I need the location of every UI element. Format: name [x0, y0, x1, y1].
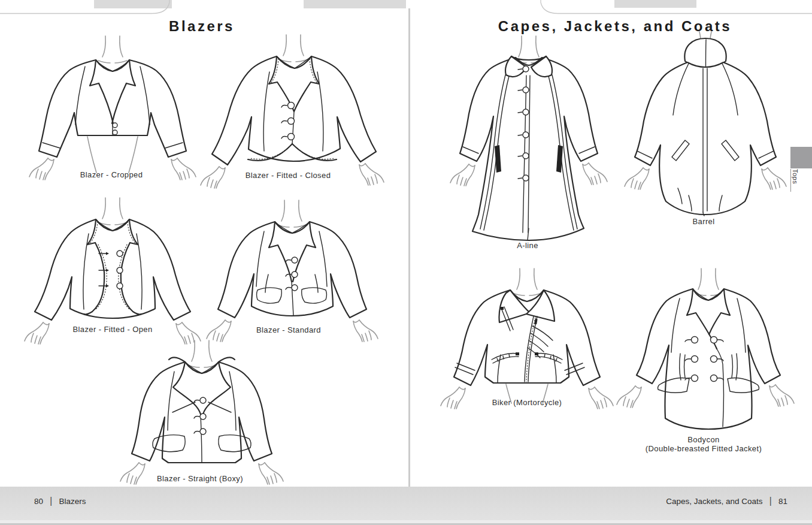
figure-label-line2: (Double-breasted Fitted Jacket) — [646, 444, 762, 453]
barrel-coat-illustration — [616, 35, 795, 218]
page-title-capes-jackets-coats: Capes, Jackets, and Coats — [498, 18, 732, 35]
page-title-blazers: Blazers — [169, 18, 235, 35]
page-spine-divider — [408, 8, 410, 521]
figure-label: Bodycon (Double-breasted Fitted Jacket) — [646, 435, 762, 453]
footer-left: 80 | Blazers — [34, 495, 86, 507]
figure-label-line1: Bodycon — [646, 435, 762, 444]
bodycon-jacket-illustration — [619, 270, 798, 440]
figure-label: A-line — [517, 241, 538, 250]
tops-section-tab[interactable]: Tops — [790, 147, 812, 192]
blazer-standard-illustration — [204, 198, 383, 327]
figure-label: Blazer - Fitted - Closed — [246, 171, 331, 180]
footer-bar: 80 | Blazers Capes, Jackets, and Coats |… — [0, 487, 812, 520]
tops-tab-marker — [790, 147, 812, 168]
tops-tab-label: Tops — [790, 169, 799, 192]
page-stack-edge — [0, 0, 812, 18]
blazer-fitted-open-illustration — [29, 197, 202, 325]
figure-label: Blazer - Cropped — [80, 170, 143, 179]
page-number-right: 81 — [778, 497, 787, 506]
biker-jacket-illustration — [439, 268, 619, 403]
footer-section-left: Blazers — [59, 497, 86, 506]
figure-label: Barrel — [692, 217, 714, 226]
footer-section-right: Capes, Jackets, and Coats — [666, 497, 762, 506]
figure-label: Blazer - Fitted - Open — [72, 325, 152, 334]
figure-label: Blazer - Straight (Boxy) — [157, 474, 243, 483]
footer-right: Capes, Jackets, and Coats | 81 — [666, 495, 787, 507]
footer-separator: | — [769, 495, 772, 507]
a-line-coat-illustration — [439, 42, 619, 246]
blazer-straight-boxy-illustration — [115, 338, 295, 479]
figure-label: Blazer - Standard — [256, 325, 321, 334]
blazer-fitted-closed-illustration — [208, 34, 388, 177]
figure-label: Biker (Mortorcycle) — [492, 398, 562, 407]
page-number-left: 80 — [34, 497, 43, 506]
book-spread: Blazers — [0, 0, 812, 525]
footer-separator: | — [50, 495, 52, 507]
blazer-cropped-illustration — [23, 34, 202, 174]
